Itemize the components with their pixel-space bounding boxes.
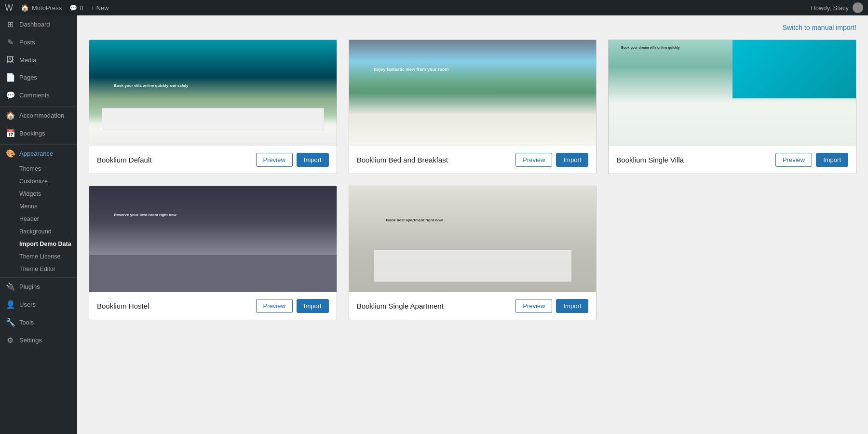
demo-image-bb bbox=[349, 40, 597, 146]
house-icon: 🏠 bbox=[21, 4, 29, 12]
preview-button-bb[interactable]: Preview bbox=[515, 153, 552, 167]
sidebar-label-comments: Comments bbox=[19, 92, 50, 99]
sidebar-label-plugins: Plugins bbox=[19, 283, 40, 290]
preview-button-apartment[interactable]: Preview bbox=[515, 299, 552, 313]
demo-name-hostel: Booklium Hostel bbox=[97, 302, 149, 310]
sidebar-sub-background[interactable]: Background bbox=[0, 225, 77, 238]
sidebar-label-dashboard: Dashboard bbox=[19, 21, 50, 28]
posts-icon: ✎ bbox=[6, 38, 14, 47]
import-button-hostel[interactable]: Import bbox=[297, 299, 329, 313]
main-layout: ⊞ Dashboard ✎ Posts 🖼 Media 📄 Pages 💬 Co… bbox=[0, 15, 868, 434]
sidebar: ⊞ Dashboard ✎ Posts 🖼 Media 📄 Pages 💬 Co… bbox=[0, 15, 77, 434]
avatar bbox=[853, 2, 863, 13]
howdy-label: Howdy, Stacy bbox=[811, 4, 849, 12]
plugins-icon: 🔌 bbox=[6, 282, 14, 291]
preview-button-hostel[interactable]: Preview bbox=[256, 299, 293, 313]
import-button-apartment[interactable]: Import bbox=[556, 299, 588, 313]
demo-actions-bb: Preview Import bbox=[515, 153, 588, 167]
sidebar-item-media[interactable]: 🖼 Media bbox=[0, 51, 77, 68]
comments-icon: 💬 bbox=[6, 91, 14, 100]
switch-manual-import-link[interactable]: Switch to manual import! bbox=[783, 24, 856, 31]
sidebar-sub-theme-editor[interactable]: Theme Editor bbox=[0, 263, 77, 275]
demo-thumbnail-apartment bbox=[349, 186, 597, 292]
sidebar-item-comments[interactable]: 💬 Comments bbox=[0, 86, 77, 104]
demo-name-apartment: Booklium Single Apartment bbox=[357, 302, 444, 310]
sidebar-sub-import-demo[interactable]: Import Demo Data bbox=[0, 238, 77, 250]
demo-name-villa: Booklium Single Villa bbox=[616, 156, 684, 164]
top-action-bar: Switch to manual import! bbox=[89, 23, 856, 32]
import-button-bb[interactable]: Import bbox=[556, 153, 588, 167]
pages-icon: 📄 bbox=[6, 73, 14, 82]
sidebar-item-accommodation[interactable]: 🏠 Accommodation bbox=[0, 107, 77, 124]
media-icon: 🖼 bbox=[6, 55, 14, 64]
sidebar-label-appearance: Appearance bbox=[19, 150, 53, 157]
sidebar-label-bookings: Bookings bbox=[19, 130, 45, 137]
demo-name-bb: Booklium Bed and Breakfast bbox=[357, 156, 448, 164]
comment-icon: 💬 bbox=[69, 4, 77, 12]
demo-card-apartment: Booklium Single Apartment Preview Import bbox=[349, 186, 597, 320]
sidebar-label-users: Users bbox=[19, 301, 36, 308]
new-link[interactable]: + New bbox=[91, 4, 108, 12]
sidebar-item-dashboard[interactable]: ⊞ Dashboard bbox=[0, 15, 77, 33]
comments-link[interactable]: 💬 0 bbox=[69, 4, 83, 12]
comments-count: 0 bbox=[80, 4, 83, 12]
demo-thumbnail-default bbox=[89, 40, 337, 146]
demos-grid: Booklium Default Preview Import Booklium… bbox=[89, 40, 856, 320]
sidebar-item-tools[interactable]: 🔧 Tools bbox=[0, 313, 77, 331]
demo-thumbnail-hostel bbox=[89, 186, 337, 292]
preview-button-default[interactable]: Preview bbox=[256, 153, 293, 167]
sidebar-label-media: Media bbox=[19, 56, 36, 64]
import-button-villa[interactable]: Import bbox=[816, 153, 848, 167]
sidebar-item-settings[interactable]: ⚙ Settings bbox=[0, 331, 77, 349]
accommodation-icon: 🏠 bbox=[6, 111, 14, 120]
demo-thumbnail-bb bbox=[349, 40, 597, 146]
demo-actions-villa: Preview Import bbox=[775, 153, 848, 167]
sidebar-sub-theme-license[interactable]: Theme License bbox=[0, 250, 77, 263]
sidebar-item-appearance[interactable]: 🎨 Appearance bbox=[0, 145, 77, 163]
new-label: + New bbox=[91, 4, 108, 12]
sidebar-label-posts: Posts bbox=[19, 39, 35, 46]
demo-actions-apartment: Preview Import bbox=[515, 299, 588, 313]
import-button-default[interactable]: Import bbox=[297, 153, 329, 167]
sidebar-item-pages[interactable]: 📄 Pages bbox=[0, 68, 77, 86]
settings-icon: ⚙ bbox=[6, 336, 14, 345]
sidebar-item-bookings[interactable]: 📅 Bookings bbox=[0, 124, 77, 142]
sidebar-label-accommodation: Accommodation bbox=[19, 112, 64, 119]
demo-card-hostel: Booklium Hostel Preview Import bbox=[89, 186, 337, 320]
sidebar-sub-customize[interactable]: Customize bbox=[0, 175, 77, 188]
site-name[interactable]: 🏠 MotoPress bbox=[21, 4, 62, 12]
sidebar-sub-widgets[interactable]: Widgets bbox=[0, 188, 77, 200]
sidebar-item-posts[interactable]: ✎ Posts bbox=[0, 33, 77, 51]
users-icon: 👤 bbox=[6, 300, 14, 309]
demo-thumbnail-villa bbox=[609, 40, 856, 146]
demo-card-booklium-default: Booklium Default Preview Import bbox=[89, 40, 337, 174]
demo-image-villa bbox=[609, 40, 856, 146]
demo-card-bb: Booklium Bed and Breakfast Preview Impor… bbox=[349, 40, 597, 174]
main-content: Switch to manual import! Booklium Defaul… bbox=[77, 15, 868, 434]
sidebar-sub-header[interactable]: Header bbox=[0, 213, 77, 225]
sidebar-item-users[interactable]: 👤 Users bbox=[0, 296, 77, 313]
admin-bar: W 🏠 MotoPress 💬 0 + New Howdy, Stacy bbox=[0, 0, 868, 15]
sidebar-label-pages: Pages bbox=[19, 74, 37, 81]
appearance-icon: 🎨 bbox=[6, 149, 14, 158]
demo-footer-villa: Booklium Single Villa Preview Import bbox=[609, 146, 856, 174]
preview-button-villa[interactable]: Preview bbox=[775, 153, 812, 167]
sidebar-label-settings: Settings bbox=[19, 337, 42, 344]
wp-logo-icon[interactable]: W bbox=[5, 3, 13, 13]
demo-name-default: Booklium Default bbox=[97, 156, 151, 164]
bookings-icon: 📅 bbox=[6, 129, 14, 138]
demo-card-villa: Booklium Single Villa Preview Import bbox=[608, 40, 856, 174]
demo-footer-bb: Booklium Bed and Breakfast Preview Impor… bbox=[349, 146, 597, 174]
demo-image-default bbox=[89, 40, 337, 146]
sidebar-item-plugins[interactable]: 🔌 Plugins bbox=[0, 278, 77, 296]
sidebar-sub-themes[interactable]: Themes bbox=[0, 163, 77, 175]
demo-actions-default: Preview Import bbox=[256, 153, 329, 167]
sidebar-sub-menus[interactable]: Menus bbox=[0, 200, 77, 213]
tools-icon: 🔧 bbox=[6, 318, 14, 327]
dashboard-icon: ⊞ bbox=[6, 20, 14, 29]
site-name-text: MotoPress bbox=[32, 4, 62, 12]
demo-footer-hostel: Booklium Hostel Preview Import bbox=[89, 292, 337, 320]
demo-footer-default: Booklium Default Preview Import bbox=[89, 146, 337, 174]
demo-image-apartment bbox=[349, 186, 597, 292]
demo-image-hostel bbox=[89, 186, 337, 292]
